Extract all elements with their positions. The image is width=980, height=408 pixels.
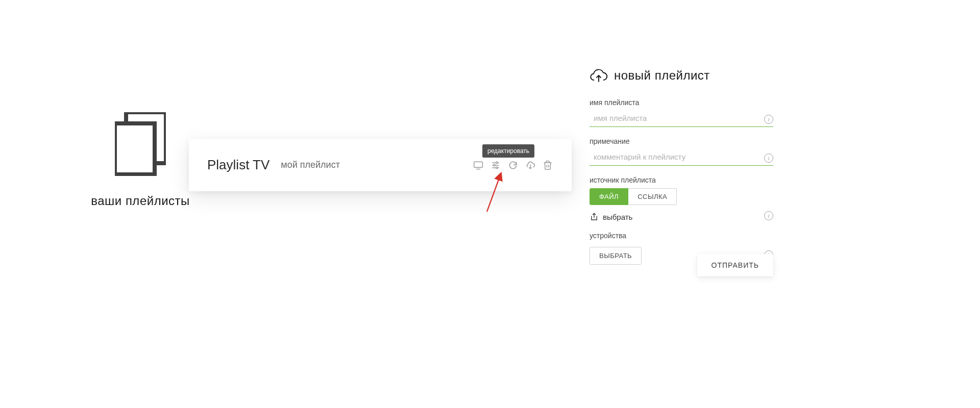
playlist-note-label: примечание <box>590 137 773 145</box>
info-icon[interactable]: i <box>764 211 773 220</box>
sliders-icon[interactable] <box>490 160 501 171</box>
new-playlist-title: новый плейлист <box>614 68 710 83</box>
svg-point-8 <box>494 164 495 166</box>
submit-button[interactable]: ОТПРАВИТЬ <box>697 254 773 276</box>
trash-icon[interactable] <box>542 160 553 171</box>
source-file-button[interactable]: ФАЙЛ <box>590 188 628 205</box>
edit-tooltip: редактировать <box>482 144 534 158</box>
upload-icon <box>590 212 599 221</box>
choose-file-button[interactable]: выбрать <box>590 212 773 221</box>
svg-point-7 <box>496 162 498 163</box>
info-icon[interactable]: i <box>764 154 773 163</box>
playlist-title: Playlist TV <box>207 157 270 173</box>
svg-rect-2 <box>474 162 483 167</box>
playlists-stack-icon <box>77 112 204 176</box>
monitor-icon[interactable] <box>473 160 484 171</box>
devices-label: устройства <box>590 232 773 240</box>
playlist-source-label: источник плейлиста <box>590 176 773 184</box>
playlist-subtitle: мой плейлист <box>281 160 340 170</box>
info-icon[interactable]: i <box>764 115 773 124</box>
new-playlist-panel: новый плейлист имя плейлиста i примечани… <box>590 68 773 275</box>
svg-rect-1 <box>115 123 155 174</box>
svg-point-9 <box>496 167 498 168</box>
playlist-name-label: имя плейлиста <box>590 98 773 107</box>
refresh-icon[interactable] <box>507 160 519 171</box>
playlist-note-input[interactable] <box>590 148 773 166</box>
cloud-download-icon[interactable] <box>525 160 536 171</box>
choose-devices-button[interactable]: ВЫБРАТЬ <box>590 247 642 265</box>
source-link-button[interactable]: ССЫЛКА <box>628 188 677 205</box>
cloud-upload-icon <box>590 68 608 83</box>
your-playlists-title: ваши плейлисты <box>77 194 204 208</box>
playlist-name-input[interactable] <box>590 110 773 127</box>
choose-file-label: выбрать <box>603 213 632 221</box>
